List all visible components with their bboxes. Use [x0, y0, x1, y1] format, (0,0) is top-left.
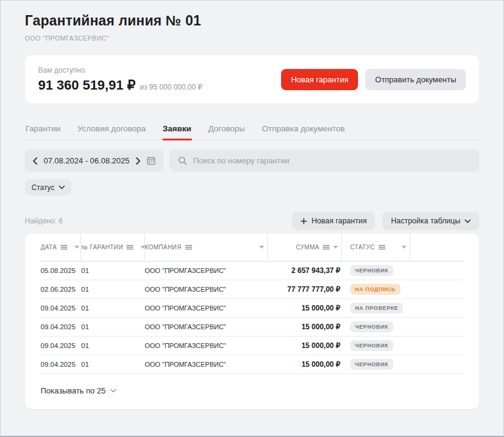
column-header-date[interactable]: ДАТА	[41, 234, 81, 261]
tabs-bar: Гарантии Условия договора Заявки Договор…	[25, 122, 479, 140]
cell-number: 01	[81, 342, 145, 349]
tab-contract-terms[interactable]: Условия договора	[77, 122, 147, 140]
cell-date: 09.04.2025	[41, 361, 81, 368]
page-title: Гарантийная линия № 01	[25, 13, 479, 29]
cell-status: ЧЕРНОВИК	[342, 359, 410, 370]
cell-date: 09.04.2025	[41, 304, 81, 312]
cell-status: ЧЕРНОВИК	[342, 340, 410, 351]
cell-company: ООО "ПРОМГАЗСЕРВИС"	[145, 304, 268, 312]
cell-date: 09.04.2025	[41, 323, 81, 330]
column-header-filler	[410, 234, 463, 261]
sort-icon[interactable]	[379, 245, 385, 250]
summary-actions: Новая гарантия Отправить документы	[281, 69, 466, 90]
cell-amount: 15 000,00 ₽	[268, 341, 342, 350]
cell-amount: 15 000,00 ₽	[268, 304, 342, 312]
cell-amount: 15 000,00 ₽	[268, 323, 342, 331]
filter-dropdown-icon[interactable]	[75, 246, 79, 249]
cell-date: 05.08.2025	[41, 267, 81, 274]
table-footer: Показывать по 25	[41, 374, 463, 409]
table-row[interactable]: 05.08.2025 01 ООО "ПРОМГАЗСЕРВИС" 2 657 …	[41, 261, 463, 280]
tab-document-sending[interactable]: Отправка документов	[262, 122, 346, 140]
filter-dropdown-icon[interactable]	[259, 246, 264, 249]
status-badge: ЧЕРНОВИК	[350, 321, 393, 332]
cell-number: 01	[81, 286, 145, 293]
tab-applications[interactable]: Заявки	[162, 122, 192, 140]
cell-amount: 15 000,00 ₽	[268, 360, 342, 369]
filter-dropdown-icon[interactable]	[402, 246, 406, 249]
table-row[interactable]: 09.04.2025 01 ООО "ПРОМГАЗСЕРВИС" 15 000…	[41, 318, 463, 337]
tab-contracts[interactable]: Договоры	[208, 122, 246, 140]
cell-company: ООО "ПРОМГАЗСЕРВИС"	[145, 361, 268, 368]
total-amount: из 95 000 000,00 ₽	[140, 83, 202, 91]
cell-status: НА ПОДПИСЬ	[342, 284, 410, 295]
cell-company: ООО "ПРОМГАЗСЕРВИС"	[145, 267, 268, 274]
table-body: 05.08.2025 01 ООО "ПРОМГАЗСЕРВИС" 2 657 …	[41, 261, 463, 374]
sort-icon[interactable]	[323, 245, 330, 250]
tab-guarantees[interactable]: Гарантии	[25, 122, 61, 140]
results-toolbar: Найдено: 6 Новая гарантия Настройка табл…	[25, 212, 479, 230]
chevron-down-icon	[465, 219, 471, 223]
cell-number: 01	[81, 304, 145, 312]
column-header-status[interactable]: СТАТУС	[342, 234, 410, 261]
date-range-value: 07.08.2024 - 06.08.2025	[44, 156, 130, 165]
calendar-icon[interactable]	[147, 156, 156, 165]
cell-company: ООО "ПРОМГАЗСЕРВИС"	[145, 323, 268, 330]
prev-period-icon[interactable]	[33, 157, 38, 165]
sort-icon[interactable]	[61, 245, 67, 250]
filter-row: 07.08.2024 - 06.08.2025	[25, 150, 479, 172]
cell-amount: 2 657 943,37 ₽	[268, 266, 342, 275]
table-settings-button[interactable]: Настройка таблицы	[382, 212, 479, 230]
page-size-selector[interactable]: Показывать по 25	[41, 386, 116, 395]
cell-number: 01	[81, 267, 145, 274]
column-header-amount[interactable]: СУММА	[268, 234, 342, 261]
cell-status: ЧЕРНОВИК	[342, 321, 410, 332]
date-range-picker[interactable]: 07.08.2024 - 06.08.2025	[25, 150, 164, 172]
next-period-icon[interactable]	[136, 157, 141, 165]
available-block: Вам доступно 91 360 519,91 ₽ из 95 000 0…	[38, 66, 202, 93]
new-guarantee-button[interactable]: Новая гарантия	[281, 69, 358, 90]
amount-row: 91 360 519,91 ₽ из 95 000 000,00 ₽	[38, 77, 202, 93]
search-input[interactable]	[193, 156, 471, 165]
table-row[interactable]: 09.04.2025 01 ООО "ПРОМГАЗСЕРВИС" 15 000…	[41, 337, 463, 355]
toolbar-actions: Новая гарантия Настройка таблицы	[292, 212, 479, 230]
page-subtitle: ООО "ПРОМГАЗСЕРВИС"	[25, 34, 479, 42]
summary-card: Вам доступно 91 360 519,91 ₽ из 95 000 0…	[25, 55, 479, 104]
cell-amount: 77 777 777,00 ₽	[268, 285, 342, 294]
filter-dropdown-icon[interactable]	[333, 246, 338, 249]
available-amount: 91 360 519,91 ₽	[38, 77, 136, 93]
search-box	[170, 150, 479, 172]
chevron-down-icon	[110, 389, 116, 393]
column-header-company[interactable]: КОМПАНИЯ	[145, 234, 268, 261]
status-badge: ЧЕРНОВИК	[350, 359, 393, 370]
cell-status: ЧЕРНОВИК	[342, 265, 410, 276]
search-icon	[178, 156, 187, 165]
table-row[interactable]: 02.06.2025 01 ООО "ПРОМГАЗСЕРВИС" 77 777…	[41, 280, 463, 299]
cell-company: ООО "ПРОМГАЗСЕРВИС"	[145, 342, 268, 349]
table-settings-label: Настройка таблицы	[391, 217, 460, 225]
column-header-number[interactable]: № ГАРАНТИИ	[81, 234, 145, 261]
status-filter-wrap: Статус	[25, 179, 479, 196]
cell-status: НА ПРОВЕРКЕ	[342, 303, 410, 314]
status-filter-dropdown[interactable]: Статус	[25, 179, 71, 196]
status-badge: ЧЕРНОВИК	[350, 265, 393, 276]
page-size-label: Показывать по 25	[41, 386, 105, 395]
table-row[interactable]: 09.04.2025 01 ООО "ПРОМГАЗСЕРВИС" 15 000…	[41, 355, 463, 374]
available-label: Вам доступно	[38, 66, 202, 74]
chevron-down-icon	[59, 185, 65, 189]
plus-icon	[300, 218, 307, 225]
send-documents-button[interactable]: Отправить документы	[365, 69, 466, 90]
page-header: Гарантийная линия № 01 ООО "ПРОМГАЗСЕРВИ…	[25, 13, 479, 42]
status-badge: НА ПОДПИСЬ	[350, 284, 400, 295]
status-badge: НА ПРОВЕРКЕ	[350, 303, 403, 314]
add-guarantee-button[interactable]: Новая гарантия	[292, 212, 375, 230]
status-badge: ЧЕРНОВИК	[350, 340, 393, 351]
sort-icon[interactable]	[127, 245, 133, 250]
cell-number: 01	[81, 323, 145, 330]
guarantee-line-page: Гарантийная линия № 01 ООО "ПРОМГАЗСЕРВИ…	[0, 0, 504, 437]
table-header: ДАТА № ГАРАНТИИ КОМПАН	[41, 234, 463, 261]
add-guarantee-label: Новая гарантия	[311, 217, 366, 225]
sort-icon[interactable]	[185, 245, 192, 250]
applications-table: ДАТА № ГАРАНТИИ КОМПАН	[25, 234, 479, 409]
table-row[interactable]: 09.04.2025 01 ООО "ПРОМГАЗСЕРВИС" 15 000…	[41, 299, 463, 318]
cell-date: 02.06.2025	[41, 286, 81, 293]
